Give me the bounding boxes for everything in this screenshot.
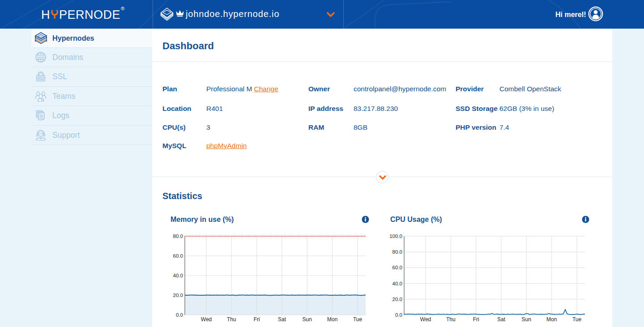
svg-text:Sat: Sat bbox=[497, 316, 506, 323]
svg-text:Mon: Mon bbox=[546, 316, 557, 323]
svg-text:Fri: Fri bbox=[473, 316, 479, 323]
svg-text:Sun: Sun bbox=[303, 316, 312, 323]
svg-text:Sat: Sat bbox=[278, 316, 286, 323]
svg-text:80.0: 80.0 bbox=[173, 234, 183, 239]
svg-text:40.0: 40.0 bbox=[392, 281, 402, 286]
svg-text:Fri: Fri bbox=[254, 316, 260, 323]
svg-text:Tue: Tue bbox=[572, 316, 582, 323]
svg-text:100.0: 100.0 bbox=[389, 234, 402, 239]
svg-text:80.0: 80.0 bbox=[392, 249, 402, 255]
svg-text:0.0: 0.0 bbox=[176, 312, 183, 318]
svg-text:Mon: Mon bbox=[327, 316, 337, 323]
svg-text:20.0: 20.0 bbox=[173, 293, 183, 298]
svg-text:40.0: 40.0 bbox=[173, 273, 183, 278]
svg-text:Sun: Sun bbox=[522, 316, 531, 323]
svg-text:SSL: SSL bbox=[38, 77, 43, 80]
svg-text:Thu: Thu bbox=[446, 316, 456, 323]
svg-text:Wed: Wed bbox=[201, 316, 212, 323]
svg-text:20.0: 20.0 bbox=[392, 297, 402, 302]
svg-text:60.0: 60.0 bbox=[392, 265, 402, 270]
svg-text:www: www bbox=[36, 55, 45, 59]
svg-text:Wed: Wed bbox=[420, 316, 431, 323]
svg-text:Tue: Tue bbox=[353, 316, 363, 323]
svg-text:Thu: Thu bbox=[227, 316, 236, 323]
svg-text:0.0: 0.0 bbox=[395, 312, 402, 318]
svg-text:60.0: 60.0 bbox=[173, 253, 183, 259]
